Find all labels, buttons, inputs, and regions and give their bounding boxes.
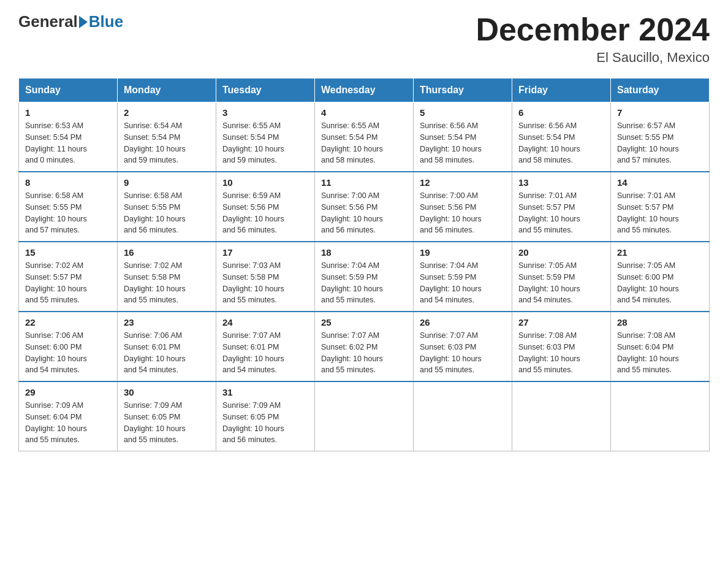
day-info: Sunrise: 6:55 AMSunset: 5:54 PMDaylight:… xyxy=(222,120,308,166)
day-info: Sunrise: 6:53 AMSunset: 5:54 PMDaylight:… xyxy=(25,120,111,166)
week-row-1: 1Sunrise: 6:53 AMSunset: 5:54 PMDaylight… xyxy=(19,102,710,172)
day-number: 29 xyxy=(25,387,111,397)
day-info: Sunrise: 7:06 AMSunset: 6:01 PMDaylight:… xyxy=(124,330,210,376)
calendar-cell: 4Sunrise: 6:55 AMSunset: 5:54 PMDaylight… xyxy=(315,102,414,172)
day-info: Sunrise: 6:58 AMSunset: 5:55 PMDaylight:… xyxy=(124,190,210,236)
calendar-cell: 3Sunrise: 6:55 AMSunset: 5:54 PMDaylight… xyxy=(216,102,315,172)
day-number: 18 xyxy=(321,247,407,258)
header-row: SundayMondayTuesdayWednesdayThursdayFrid… xyxy=(19,79,710,102)
calendar-cell: 11Sunrise: 7:00 AMSunset: 5:56 PMDayligh… xyxy=(315,172,414,242)
calendar-cell: 22Sunrise: 7:06 AMSunset: 6:00 PMDayligh… xyxy=(19,312,118,381)
title-section: December 2024 El Saucillo, Mexico xyxy=(476,12,710,66)
day-info: Sunrise: 6:54 AMSunset: 5:54 PMDaylight:… xyxy=(124,120,210,166)
day-number: 26 xyxy=(420,317,506,327)
week-row-2: 8Sunrise: 6:58 AMSunset: 5:55 PMDaylight… xyxy=(19,172,710,242)
day-number: 13 xyxy=(518,177,604,188)
calendar-cell: 18Sunrise: 7:04 AMSunset: 5:59 PMDayligh… xyxy=(315,242,414,312)
day-number: 8 xyxy=(25,177,111,188)
day-number: 30 xyxy=(124,387,210,397)
day-info: Sunrise: 7:09 AMSunset: 6:05 PMDaylight:… xyxy=(124,400,210,446)
calendar-cell: 21Sunrise: 7:05 AMSunset: 6:00 PMDayligh… xyxy=(611,242,710,312)
calendar-cell: 30Sunrise: 7:09 AMSunset: 6:05 PMDayligh… xyxy=(118,381,216,451)
day-number: 31 xyxy=(222,387,308,397)
calendar-title: December 2024 xyxy=(476,12,710,47)
day-info: Sunrise: 6:56 AMSunset: 5:54 PMDaylight:… xyxy=(518,120,604,166)
calendar-cell: 31Sunrise: 7:09 AMSunset: 6:05 PMDayligh… xyxy=(216,381,315,451)
calendar-cell: 25Sunrise: 7:07 AMSunset: 6:02 PMDayligh… xyxy=(315,312,414,381)
day-number: 7 xyxy=(617,107,703,118)
calendar-cell: 20Sunrise: 7:05 AMSunset: 5:59 PMDayligh… xyxy=(512,242,611,312)
calendar-cell: 23Sunrise: 7:06 AMSunset: 6:01 PMDayligh… xyxy=(118,312,216,381)
calendar-table: SundayMondayTuesdayWednesdayThursdayFrid… xyxy=(18,78,710,451)
day-info: Sunrise: 7:09 AMSunset: 6:04 PMDaylight:… xyxy=(25,400,111,446)
day-info: Sunrise: 6:57 AMSunset: 5:55 PMDaylight:… xyxy=(617,120,703,166)
calendar-cell: 2Sunrise: 6:54 AMSunset: 5:54 PMDaylight… xyxy=(118,102,216,172)
day-info: Sunrise: 7:01 AMSunset: 5:57 PMDaylight:… xyxy=(617,190,703,236)
day-info: Sunrise: 6:55 AMSunset: 5:54 PMDaylight:… xyxy=(321,120,407,166)
day-number: 11 xyxy=(321,177,407,188)
calendar-cell: 26Sunrise: 7:07 AMSunset: 6:03 PMDayligh… xyxy=(414,312,512,381)
day-info: Sunrise: 7:06 AMSunset: 6:00 PMDaylight:… xyxy=(25,330,111,376)
calendar-cell xyxy=(512,381,611,451)
day-number: 15 xyxy=(25,247,111,258)
day-info: Sunrise: 6:59 AMSunset: 5:56 PMDaylight:… xyxy=(222,190,308,236)
day-info: Sunrise: 7:07 AMSunset: 6:03 PMDaylight:… xyxy=(420,330,506,376)
day-info: Sunrise: 7:04 AMSunset: 5:59 PMDaylight:… xyxy=(420,260,506,306)
calendar-subtitle: El Saucillo, Mexico xyxy=(476,50,710,66)
calendar-cell: 7Sunrise: 6:57 AMSunset: 5:55 PMDaylight… xyxy=(611,102,710,172)
calendar-cell xyxy=(611,381,710,451)
day-number: 3 xyxy=(222,107,308,118)
day-number: 20 xyxy=(518,247,604,258)
day-info: Sunrise: 7:07 AMSunset: 6:01 PMDaylight:… xyxy=(222,330,308,376)
day-number: 21 xyxy=(617,247,703,258)
calendar-cell: 9Sunrise: 6:58 AMSunset: 5:55 PMDaylight… xyxy=(118,172,216,242)
page-header: General Blue December 2024 El Saucillo, … xyxy=(18,12,710,66)
calendar-cell: 13Sunrise: 7:01 AMSunset: 5:57 PMDayligh… xyxy=(512,172,611,242)
day-info: Sunrise: 7:00 AMSunset: 5:56 PMDaylight:… xyxy=(420,190,506,236)
day-number: 6 xyxy=(518,107,604,118)
calendar-cell: 17Sunrise: 7:03 AMSunset: 5:58 PMDayligh… xyxy=(216,242,315,312)
day-info: Sunrise: 7:09 AMSunset: 6:05 PMDaylight:… xyxy=(222,400,308,446)
day-number: 1 xyxy=(25,107,111,118)
day-info: Sunrise: 7:05 AMSunset: 6:00 PMDaylight:… xyxy=(617,260,703,306)
week-row-4: 22Sunrise: 7:06 AMSunset: 6:00 PMDayligh… xyxy=(19,312,710,381)
calendar-cell: 5Sunrise: 6:56 AMSunset: 5:54 PMDaylight… xyxy=(414,102,512,172)
day-number: 24 xyxy=(222,317,308,327)
day-info: Sunrise: 7:04 AMSunset: 5:59 PMDaylight:… xyxy=(321,260,407,306)
day-number: 9 xyxy=(124,177,210,188)
logo-general-text: General xyxy=(18,12,78,31)
day-info: Sunrise: 7:01 AMSunset: 5:57 PMDaylight:… xyxy=(518,190,604,236)
day-info: Sunrise: 7:07 AMSunset: 6:02 PMDaylight:… xyxy=(321,330,407,376)
day-number: 2 xyxy=(124,107,210,118)
day-number: 14 xyxy=(617,177,703,188)
column-header-saturday: Saturday xyxy=(611,79,710,102)
day-number: 16 xyxy=(124,247,210,258)
column-header-sunday: Sunday xyxy=(19,79,118,102)
column-header-thursday: Thursday xyxy=(414,79,512,102)
day-number: 5 xyxy=(420,107,506,118)
day-number: 27 xyxy=(518,317,604,327)
week-row-3: 15Sunrise: 7:02 AMSunset: 5:57 PMDayligh… xyxy=(19,242,710,312)
day-info: Sunrise: 7:00 AMSunset: 5:56 PMDaylight:… xyxy=(321,190,407,236)
day-number: 23 xyxy=(124,317,210,327)
calendar-cell: 8Sunrise: 6:58 AMSunset: 5:55 PMDaylight… xyxy=(19,172,118,242)
day-number: 10 xyxy=(222,177,308,188)
day-info: Sunrise: 7:05 AMSunset: 5:59 PMDaylight:… xyxy=(518,260,604,306)
calendar-cell: 28Sunrise: 7:08 AMSunset: 6:04 PMDayligh… xyxy=(611,312,710,381)
day-info: Sunrise: 6:56 AMSunset: 5:54 PMDaylight:… xyxy=(420,120,506,166)
column-header-friday: Friday xyxy=(512,79,611,102)
calendar-cell: 15Sunrise: 7:02 AMSunset: 5:57 PMDayligh… xyxy=(19,242,118,312)
calendar-cell xyxy=(315,381,414,451)
day-number: 19 xyxy=(420,247,506,258)
calendar-cell xyxy=(414,381,512,451)
column-header-monday: Monday xyxy=(118,79,216,102)
day-info: Sunrise: 7:02 AMSunset: 5:58 PMDaylight:… xyxy=(124,260,210,306)
calendar-cell: 10Sunrise: 6:59 AMSunset: 5:56 PMDayligh… xyxy=(216,172,315,242)
day-info: Sunrise: 7:03 AMSunset: 5:58 PMDaylight:… xyxy=(222,260,308,306)
calendar-cell: 29Sunrise: 7:09 AMSunset: 6:04 PMDayligh… xyxy=(19,381,118,451)
calendar-cell: 27Sunrise: 7:08 AMSunset: 6:03 PMDayligh… xyxy=(512,312,611,381)
calendar-cell: 12Sunrise: 7:00 AMSunset: 5:56 PMDayligh… xyxy=(414,172,512,242)
day-number: 12 xyxy=(420,177,506,188)
logo-blue-text: Blue xyxy=(89,12,123,31)
calendar-cell: 1Sunrise: 6:53 AMSunset: 5:54 PMDaylight… xyxy=(19,102,118,172)
